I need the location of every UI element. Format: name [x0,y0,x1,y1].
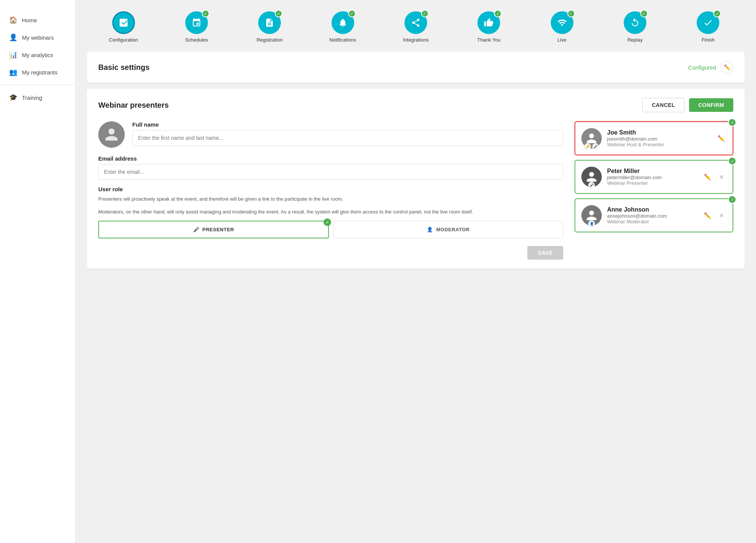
presenter-card-anne[interactable]: ✓ 👤 Anne Johnson annejohnson@domain.com [575,198,733,232]
anne-edit-button[interactable]: ✏️ [702,210,713,221]
anne-email: annejohnson@domain.com [607,213,697,219]
sidebar-item-home-label: Home [22,17,37,23]
peter-role: Webinar Presenter [607,180,697,186]
basic-settings-title: Basic settings [98,63,150,72]
step-replay[interactable]: ✓ Replay [598,11,671,43]
sidebar-item-analytics-label: My analytics [22,52,53,58]
step-live[interactable]: ✓ Live [525,11,598,43]
step-check-integrations: ✓ [421,10,429,17]
sidebar-item-my-registrants[interactable]: 👥 My registrants [0,63,75,81]
step-circle-notifications: ✓ [332,11,354,34]
registrants-icon: 👥 [9,68,17,76]
step-circle-finish: ✓ [697,11,719,34]
presenter-role-button[interactable]: 🎤 PRESENTER ✓ [98,221,329,238]
anne-actions: ✏️ ✕ [702,210,727,221]
step-circle-thank-you: ✓ [477,11,500,34]
step-integrations[interactable]: ✓ Integrations [379,11,452,43]
email-input[interactable] [98,164,563,180]
step-circle-live: ✓ [551,11,573,34]
email-field-group: Email address [98,155,563,180]
presenter-card-joe[interactable]: ✓ 🔑 🎤 Joe Smith joesmi [575,121,733,155]
step-label-live: Live [558,37,567,43]
anne-person-icon: 👤 [588,220,595,227]
presenters-header: Webinar presenters CANCEL CONFIRM [98,98,733,112]
basic-settings-card: Basic settings Configured ✏️ [87,52,745,83]
peter-remove-button[interactable]: ✕ [716,172,727,182]
step-label-registration: Registration [257,37,283,43]
sidebar-item-training[interactable]: 🎓 Training [0,89,75,106]
presenter-card-wrapper-peter: ✓ 🎤 Peter Miller petermiller@domain.com [575,160,733,194]
basic-settings-edit-button[interactable]: ✏️ [720,61,733,74]
step-circle-schedules: ✓ [185,11,208,34]
name-field-group: Full name [132,121,563,146]
step-label-finish: Finish [702,37,715,43]
email-label: Email address [98,155,563,162]
step-check-registration: ✓ [275,10,282,17]
step-configuration[interactable]: Configuration [87,11,160,43]
sidebar-item-home[interactable]: 🏠 Home [0,11,75,29]
presenter-default-avatar [98,121,125,148]
peter-avatar-wrapper: 🎤 [581,167,602,187]
step-notifications[interactable]: ✓ Notifications [306,11,379,43]
step-check-finish: ✓ [713,10,721,17]
sidebar-item-my-analytics[interactable]: 📊 My analytics [0,46,75,63]
key-icon: 🔑 [584,143,591,150]
peter-actions: ✏️ ✕ [702,172,727,182]
step-circle-registration: ✓ [258,11,281,34]
peter-name: Peter Miller [607,168,697,175]
full-name-input[interactable] [132,130,563,146]
confirm-button[interactable]: CONFIRM [689,98,733,112]
main-content: Configuration ✓ Schedules ✓ Registration… [76,0,756,543]
anne-avatar-wrapper: 👤 [581,205,602,226]
presenter-check-peter: ✓ [728,157,736,165]
step-check-live: ✓ [567,10,575,17]
step-circle-replay: ✓ [624,11,646,34]
step-label-schedules: Schedules [185,37,208,43]
sidebar-item-registrants-label: My registrants [22,69,57,76]
moderator-role-button[interactable]: 👤 MODERATOR [333,221,563,238]
sidebar-item-training-label: Training [22,94,42,101]
step-check-thank-you: ✓ [494,10,502,17]
anne-role: Webinar Moderator [607,219,697,224]
webinar-presenters-card: Webinar presenters CANCEL CONFIRM Full n… [87,89,745,269]
step-check-schedules: ✓ [202,10,209,17]
joe-role: Webinar Host & Presenter [607,142,711,147]
steps-nav: Configuration ✓ Schedules ✓ Registration… [87,11,745,43]
form-layout: Full name Email address User role Presen… [98,121,733,260]
presenters-actions: CANCEL CONFIRM [642,98,733,112]
user-role-desc-1: Presenters will proactively speak at the… [98,195,563,203]
step-check-replay: ✓ [640,10,648,17]
cancel-button[interactable]: CANCEL [642,98,684,112]
webinars-icon: 👤 [9,33,17,42]
moderator-btn-label: MODERATOR [436,227,470,232]
step-circle-integrations: ✓ [404,11,427,34]
presenter-btn-label: PRESENTER [202,227,234,232]
sidebar-item-webinars-label: My webinars [22,34,54,41]
presenter-check-anne: ✓ [728,195,736,204]
joe-avatar-wrapper: 🔑 🎤 [581,128,602,149]
step-label-notifications: Notifications [329,37,356,43]
step-registration[interactable]: ✓ Registration [233,11,306,43]
full-name-label: Full name [132,121,563,128]
basic-settings-actions: Configured ✏️ [688,61,733,74]
analytics-icon: 📊 [9,51,17,59]
peter-edit-button[interactable]: ✏️ [702,172,713,182]
avatar-name-row: Full name [98,121,563,148]
step-thank-you[interactable]: ✓ Thank You [452,11,525,43]
anne-remove-button[interactable]: ✕ [716,210,727,221]
step-label-integrations: Integrations [403,37,429,43]
presenters-list: ✓ 🔑 🎤 Joe Smith joesmi [575,121,733,260]
step-label-thank-you: Thank You [477,37,500,43]
step-schedules[interactable]: ✓ Schedules [160,11,233,43]
sidebar-item-my-webinars[interactable]: 👤 My webinars [0,29,75,46]
save-button[interactable]: SAVE [527,246,563,260]
pencil-icon: ✏️ [724,64,730,70]
peter-email: petermiller@domain.com [607,175,697,180]
basic-settings-header: Basic settings Configured ✏️ [98,61,733,74]
presenter-card-peter[interactable]: ✓ 🎤 Peter Miller petermiller@domain.com [575,160,733,194]
joe-edit-button[interactable]: ✏️ [716,133,727,144]
peter-mic-icon: 🎤 [588,182,595,189]
joe-actions: ✏️ [716,133,727,144]
step-finish[interactable]: ✓ Finish [672,11,745,43]
home-icon: 🏠 [9,16,17,24]
